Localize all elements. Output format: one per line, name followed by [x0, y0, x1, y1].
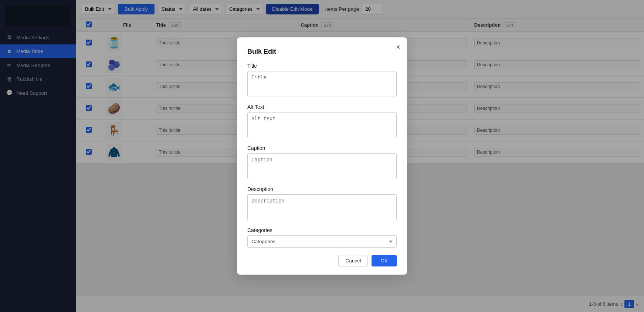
caption-field-label: Caption [247, 145, 397, 151]
categories-field-group: Categories Categories [247, 227, 397, 248]
categories-field-select[interactable]: Categories [247, 235, 397, 248]
title-field-input[interactable] [247, 71, 397, 97]
alt-text-field-input[interactable] [247, 112, 397, 138]
description-field-group: Description [247, 186, 397, 221]
modal-close-button[interactable]: × [396, 43, 400, 51]
modal-title: Bulk Edit [247, 48, 397, 56]
caption-field-group: Caption [247, 145, 397, 180]
modal-actions: Cancel OK [247, 255, 397, 266]
alt-text-field-group: Alt Text [247, 104, 397, 139]
alt-text-field-label: Alt Text [247, 104, 397, 110]
ok-button[interactable]: OK [372, 255, 397, 266]
categories-field-label: Categories [247, 227, 397, 233]
description-field-label: Description [247, 186, 397, 192]
title-field-label: Title [247, 63, 397, 69]
cancel-button[interactable]: Cancel [338, 255, 368, 266]
bulk-edit-modal: × Bulk Edit Title Alt Text Caption Descr… [237, 37, 407, 275]
description-field-input[interactable] [247, 194, 397, 220]
modal-overlay: × Bulk Edit Title Alt Text Caption Descr… [0, 0, 644, 312]
title-field-group: Title [247, 63, 397, 98]
caption-field-input[interactable] [247, 153, 397, 179]
